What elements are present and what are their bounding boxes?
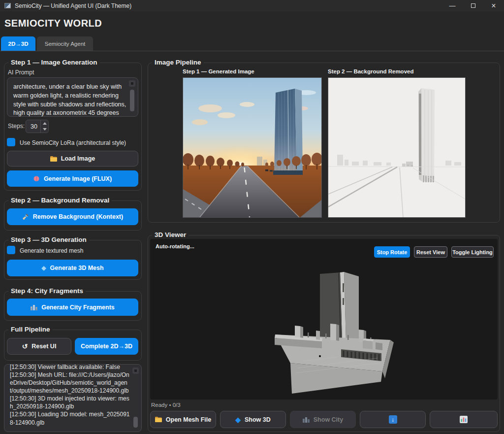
chevron-up-icon	[43, 122, 47, 125]
ai-prompt-label: AI Prompt	[8, 69, 34, 76]
bar-chart-icon	[460, 416, 468, 423]
steps-spinner[interactable]: 30	[26, 120, 49, 133]
ai-prompt-input[interactable]: architecture, under a clear blue sky wit…	[7, 78, 138, 116]
step1-title: Step 1 — Image Generation	[8, 59, 100, 66]
folder-icon	[155, 417, 162, 422]
reset-ui-label: Reset UI	[32, 343, 56, 350]
brain-icon	[33, 176, 40, 182]
ai-prompt-field-wrap: architecture, under a clear blue sky wit…	[7, 77, 138, 117]
down-arrow-icon: ↓	[389, 415, 397, 424]
step3-title: Step 3 — 3D Generation	[8, 236, 89, 243]
step4-title: Step 4: City Fragments	[8, 287, 86, 295]
tab-semiocity-agent[interactable]: Semiocity Agent	[37, 36, 93, 51]
maximize-button[interactable]	[463, 0, 483, 11]
titlebar: SemioCity — Unified Agent UI (Dark Theme…	[0, 0, 504, 11]
open-mesh-file-label: Open Mesh File	[166, 416, 211, 423]
prompt-scrollbar-thumb[interactable]	[130, 90, 134, 111]
reset-view-button[interactable]: Reset View	[414, 246, 447, 258]
steps-label: Steps:	[8, 123, 25, 130]
log-lines: [12:50:30] Viewer fallback available: Fa…	[4, 364, 141, 430]
generate-city-fragments-label: Generate City Fragments	[41, 304, 115, 311]
reset-icon: ↺	[22, 343, 28, 350]
load-image-label: Load Image	[61, 155, 95, 162]
log-scroll-up-button[interactable]	[132, 367, 139, 374]
show-3d-button[interactable]: ◆ Show 3D	[220, 411, 286, 428]
viewer-canvas[interactable]: Auto-rotating... Stop Rotate Reset View …	[150, 239, 498, 400]
download-mesh-button[interactable]: ↓	[360, 411, 426, 428]
generate-3d-mesh-button[interactable]: ◆ Generate 3D Mesh	[7, 260, 138, 276]
log-line: [12:50:30] Mesh URL: file:///C:/Users/jl…	[10, 371, 130, 395]
folder-icon	[50, 156, 57, 162]
diamond-icon: ◆	[41, 265, 46, 271]
toggle-lighting-button[interactable]: Toggle Lighting	[451, 246, 494, 258]
viewer-title: 3D Viewer	[152, 231, 189, 238]
steps-spinner-arrows	[40, 120, 48, 133]
background-removed-label: Step 2 — Background Removed	[328, 68, 413, 74]
stats-button[interactable]	[430, 411, 498, 428]
show-3d-label: Show 3D	[245, 416, 271, 423]
close-button[interactable]: ×	[483, 0, 504, 11]
viewer-status-overlay: Auto-rotating...	[156, 243, 194, 249]
minimize-button[interactable]: —	[442, 0, 463, 11]
window-title: SemioCity — Unified Agent UI (Dark Theme…	[15, 2, 131, 9]
textured-mesh-checkbox[interactable]	[7, 246, 15, 254]
brush-icon	[22, 213, 29, 220]
log-console[interactable]: [12:50:30] Viewer fallback available: Fa…	[4, 364, 142, 432]
maximize-icon	[471, 3, 475, 8]
window-controls: — ×	[442, 0, 504, 11]
app-window: SemioCity — Unified Agent UI (Dark Theme…	[0, 0, 504, 434]
cityscape-icon	[303, 417, 310, 423]
complete-2d3d-button[interactable]: Complete 2D→3D	[75, 338, 138, 355]
reset-ui-button[interactable]: ↺ Reset UI	[7, 338, 71, 355]
full-pipeline-title: Full Pipeline	[8, 326, 53, 333]
page-title: SEMIOCITY WORLD	[4, 18, 102, 29]
diamond-icon: ◆	[235, 416, 241, 423]
tab-2d-to-3d[interactable]: 2D→3D	[1, 36, 35, 51]
remove-background-label: Remove Background (Kontext)	[33, 213, 123, 220]
stop-rotate-label: Stop Rotate	[377, 249, 408, 255]
lora-checkbox-label: Use SemioCity LoRa (architectural style)	[20, 139, 126, 146]
log-line: [12:50:30] Viewer fallback available: Fa…	[10, 364, 130, 371]
steps-value: 30	[31, 123, 37, 130]
generate-city-fragments-button[interactable]: Generate City Fragments	[7, 299, 138, 316]
steps-decrement-button[interactable]	[41, 127, 48, 133]
complete-2d3d-label: Complete 2D→3D	[81, 343, 132, 350]
remove-background-button[interactable]: Remove Background (Kontext)	[7, 208, 138, 225]
app-icon	[4, 3, 11, 8]
step2-title: Step 2 — Background Removal	[8, 197, 112, 204]
generate-image-button[interactable]: Generate Image (FLUX)	[7, 170, 138, 187]
tab-bar: 2D→3D Semiocity Agent	[0, 36, 504, 51]
prompt-scroll-up-button[interactable]	[129, 80, 135, 87]
stop-rotate-button[interactable]: Stop Rotate	[374, 246, 410, 258]
log-line: [12:50:30] Loading 3D model: mesh_202509…	[10, 410, 130, 426]
generated-image-label: Step 1 — Generated Image	[183, 68, 254, 74]
generated-image	[183, 77, 322, 218]
image-pipeline-title: Image Pipeline	[152, 59, 204, 66]
background-removed-image	[328, 77, 466, 218]
down-arrow-glyph: ↓	[391, 416, 394, 423]
show-city-label: Show City	[314, 416, 343, 423]
cityscape-icon	[31, 304, 37, 310]
steps-increment-button[interactable]	[41, 120, 48, 127]
reset-view-label: Reset View	[416, 249, 445, 255]
mesh-3d-render	[150, 239, 498, 400]
viewer-status-bar: Ready • 0/3	[151, 402, 181, 408]
open-mesh-file-button[interactable]: Open Mesh File	[150, 411, 216, 428]
show-city-button[interactable]: Show City	[290, 411, 356, 428]
lora-checkbox[interactable]	[7, 138, 15, 146]
generate-image-label: Generate Image (FLUX)	[44, 175, 112, 182]
textured-mesh-label: Generate textured mesh	[20, 247, 83, 254]
chevron-down-icon	[43, 128, 47, 131]
generate-3d-mesh-label: Generate 3D Mesh	[50, 265, 104, 271]
log-line: [12:50:30] 3D model injected into viewer…	[10, 395, 130, 410]
load-image-button[interactable]: Load Image	[7, 151, 138, 167]
toggle-lighting-label: Toggle Lighting	[452, 249, 493, 255]
log-scrollbar-thumb[interactable]	[133, 417, 138, 428]
